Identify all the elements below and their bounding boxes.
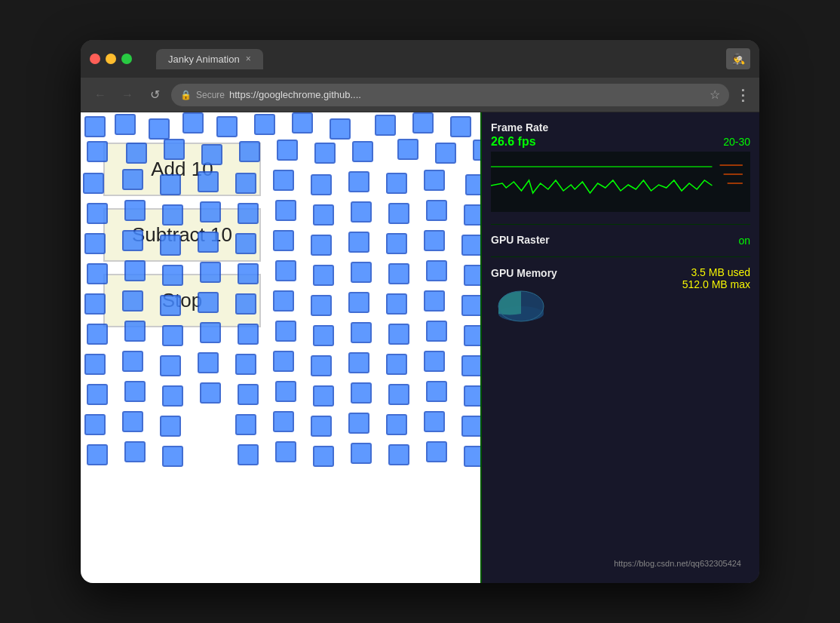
blue-square [461,355,480,376]
blue-square [160,235,181,256]
pie-svg [491,280,551,325]
blue-square [388,203,409,224]
blue-square [275,200,296,221]
blue-square [84,233,106,254]
incognito-icon: 🕵 [726,48,750,69]
forward-icon: → [121,88,133,102]
blue-square [348,413,369,434]
blue-square [235,173,256,194]
blue-square [275,441,296,462]
blue-square [388,263,409,284]
blue-square [273,411,294,432]
blue-square [198,171,219,192]
blue-square [122,169,143,190]
blue-square [464,446,480,467]
blue-square [124,381,146,402]
blue-square [351,201,372,222]
blue-square [386,173,407,194]
blue-square [238,324,259,345]
blue-square [200,382,221,404]
browser-window: Janky Animation × 🕵 ← → ↺ 🔒 Secure https… [81,40,759,583]
gpu-raster-section: GPU Raster on [491,234,750,247]
blue-square [313,204,334,226]
blue-square [122,290,143,312]
blue-square [238,203,259,224]
forward-button[interactable]: → [117,84,138,106]
blue-square [84,116,106,137]
blue-square [464,385,480,407]
reload-icon: ↺ [150,87,160,102]
blue-square [115,114,136,135]
fps-row: 26.6 fps 20-30 [491,135,750,149]
blue-square [162,446,183,467]
blue-square [235,233,256,254]
blue-square [235,414,256,435]
url-bar[interactable]: 🔒 Secure https://googlechrome.github....… [171,84,729,106]
blue-square [351,262,372,283]
blue-square [200,262,221,283]
blue-square [313,385,334,407]
more-options-button[interactable]: ⋮ [735,86,750,104]
gpu-raster-title: GPU Raster [491,234,550,246]
tab-close-button[interactable]: × [246,54,251,64]
blue-square [348,232,369,253]
close-button[interactable] [90,54,100,64]
blue-square [352,141,373,162]
blue-square [386,233,407,254]
active-tab[interactable]: Janky Animation × [156,49,263,69]
blue-square [87,444,108,465]
blue-square [464,204,480,226]
blue-square [388,324,409,345]
blue-square [238,444,259,465]
framerate-graph [491,152,750,212]
blue-square [375,115,396,136]
maximize-button[interactable] [121,54,132,64]
blue-square [162,385,183,407]
animation-area: Add 10 Subtract 10 Stop [81,112,480,583]
blue-square [275,381,296,402]
back-button[interactable]: ← [90,84,111,106]
blue-square [292,112,313,134]
frame-rate-title: Frame Rate [491,121,750,134]
traffic-lights [90,54,132,64]
reload-button[interactable]: ↺ [144,84,165,106]
blue-square [87,141,108,162]
blue-square [122,351,143,372]
blue-square [238,263,259,284]
blue-square [461,416,480,437]
url-text: https://googlechrome.github.... [229,89,361,100]
page-content: Add 10 Subtract 10 Stop Frame Rate 26.6 … [81,112,759,583]
blue-square [424,230,445,251]
blue-square [149,118,170,140]
blue-square [311,295,332,316]
watermark: https://blog.csdn.net/qq632305424 [482,559,741,568]
blue-square [216,116,238,137]
blue-square [473,140,480,161]
blue-square [87,263,108,284]
blue-square [275,260,296,281]
blue-square [386,293,407,315]
blue-square [426,381,447,402]
gpu-memory-section: GPU Memory 3.5 MB used 512.0 MB max [491,266,750,325]
blue-square [124,321,146,342]
blue-square [235,293,256,315]
blue-square [386,354,407,375]
blue-square [388,384,409,405]
blue-square [330,118,351,140]
blue-square [313,446,334,467]
blue-square [201,144,222,165]
blue-square [275,321,296,342]
blue-square [84,414,106,435]
blue-square [386,414,407,435]
blue-square [313,265,334,286]
blue-square [426,200,447,221]
blue-square [160,174,181,195]
fps-range: 20-30 [723,136,750,148]
minimize-button[interactable] [106,54,116,64]
blue-square [273,230,294,251]
blue-square [465,174,480,195]
bookmark-icon[interactable]: ☆ [710,87,720,102]
blue-square [461,295,480,316]
gpu-mem-max: 512.0 MB max [682,278,750,290]
blue-square [426,441,447,462]
